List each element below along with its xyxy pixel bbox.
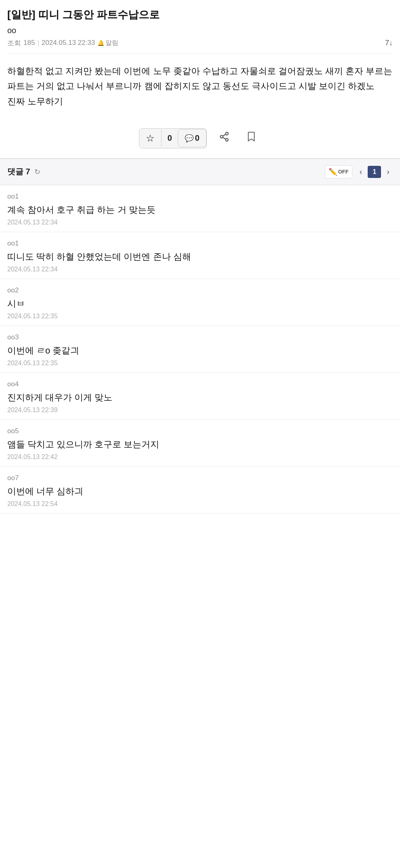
comment-count-display: 0 [195, 133, 200, 143]
comment-text: 진지하게 대우가 이게 맞노 [7, 391, 393, 404]
comment-text: 띠니도 딱히 하혈 안했었는데 이번엔 존나 심해 [7, 250, 393, 263]
bookmark-button[interactable] [242, 128, 261, 148]
alarm-group: 🔔 알림 [97, 39, 118, 47]
star-group[interactable]: ☆ 0 💬 0 [139, 128, 206, 148]
post-meta-left: 조회 185 | 2024.05.13 22:33 🔔 알림 [7, 38, 118, 48]
comment-item: oo1 띠니도 딱히 하혈 안했었는데 이번엔 존나 심해 2024.05.13… [0, 232, 400, 279]
comments-title: 댓글 7 [7, 166, 30, 177]
share-icon [219, 132, 229, 144]
alarm-label: 알림 [105, 39, 118, 47]
share-button[interactable] [214, 128, 234, 148]
comment-item: oo7 이번에 너무 심하긔 2024.05.13 22:54 [0, 467, 400, 514]
comment-time: 2024.05.13 22:42 [7, 453, 393, 461]
pencil-off-icon: ✏️ [328, 167, 337, 176]
comment-num: oo1 [7, 239, 393, 248]
comments-header-left: 댓글 7 ↻ [7, 166, 40, 177]
reply-count: 7↓ [385, 39, 393, 47]
bell-icon: 🔔 [97, 40, 104, 46]
comment-item: oo1 계속 참아서 호구 취급 하는 거 맞는듯 2024.05.13 22:… [0, 185, 400, 232]
post-container: [일반] 띠니 그동안 파트수납으로 oo 조회 185 | 2024.05.1… [0, 0, 400, 159]
svg-point-0 [225, 133, 228, 135]
comment-icon: 💬 [185, 134, 194, 143]
refresh-icon[interactable]: ↻ [34, 167, 40, 176]
comments-list: oo1 계속 참아서 호구 취급 하는 거 맞는듯 2024.05.13 22:… [0, 185, 400, 514]
comment-time: 2024.05.13 22:34 [7, 219, 393, 226]
off-label: OFF [338, 169, 349, 175]
comment-num: oo3 [7, 333, 393, 341]
page-current: 1 [368, 166, 381, 178]
comment-num: oo5 [7, 427, 393, 435]
post-date: 2024.05.13 22:33 [42, 39, 95, 47]
comment-text: 앰들 닥치고 있으니까 호구로 보는거지 [7, 438, 393, 451]
meta-divider: | [37, 39, 39, 47]
comment-text: 이번에 너무 심하긔 [7, 485, 393, 498]
post-author: oo [7, 26, 393, 35]
page-nav: ‹ 1 › [356, 165, 393, 178]
comment-time: 2024.05.13 22:35 [7, 360, 393, 367]
bookmark-icon [246, 132, 256, 144]
comment-time: 2024.05.13 22:54 [7, 500, 393, 508]
post-actions: ☆ 0 💬 0 [7, 121, 393, 158]
svg-line-3 [223, 138, 225, 139]
comment-item: oo4 진지하게 대우가 이게 맞노 2024.05.13 22:39 [0, 373, 400, 420]
comment-text: 시ㅂ [7, 297, 393, 310]
page-prev-button[interactable]: ‹ [356, 165, 366, 178]
comment-item: oo5 앰들 닥치고 있으니까 호구로 보는거지 2024.05.13 22:4… [0, 420, 400, 467]
star-button[interactable]: ☆ [139, 129, 161, 148]
views-label: 조회 [7, 38, 21, 48]
comment-item: oo2 시ㅂ 2024.05.13 22:35 [0, 279, 400, 326]
comment-num: oo1 [7, 193, 393, 201]
post-body: 하혈한적 없고 지켜만 봤는데 이번에 노무 좆같아 수납하고 자물쇠로 걸어잠… [7, 64, 393, 109]
svg-point-1 [220, 135, 223, 138]
svg-point-2 [225, 139, 228, 142]
comment-num: oo7 [7, 474, 393, 482]
svg-line-4 [223, 135, 225, 136]
comments-header-right: ✏️ OFF ‹ 1 › [325, 165, 393, 178]
comment-time: 2024.05.13 22:35 [7, 313, 393, 320]
comment-text: 이번에 ㄹo 좆같긔 [7, 344, 393, 357]
comments-header: 댓글 7 ↻ ✏️ OFF ‹ 1 › [0, 159, 400, 185]
post-meta: 조회 185 | 2024.05.13 22:33 🔔 알림 7↓ [7, 38, 393, 54]
comment-text: 계속 참아서 호구 취급 하는 거 맞는듯 [7, 203, 393, 216]
comment-item: oo3 이번에 ㄹo 좆같긔 2024.05.13 22:35 [0, 326, 400, 373]
comments-section: 댓글 7 ↻ ✏️ OFF ‹ 1 › oo1 계속 참아서 호구 취급 하는 … [0, 159, 400, 514]
comment-num: oo2 [7, 286, 393, 294]
comment-time: 2024.05.13 22:39 [7, 406, 393, 414]
post-title: [일반] 띠니 그동안 파트수납으로 [7, 8, 393, 22]
star-icon: ☆ [146, 133, 155, 144]
star-count: 0 [161, 129, 177, 147]
views-count: 185 [23, 39, 35, 47]
off-badge[interactable]: ✏️ OFF [325, 165, 352, 178]
comment-time: 2024.05.13 22:34 [7, 266, 393, 273]
comment-count-group: 💬 0 [178, 129, 206, 147]
page-next-button[interactable]: › [383, 165, 393, 178]
comment-num: oo4 [7, 380, 393, 388]
